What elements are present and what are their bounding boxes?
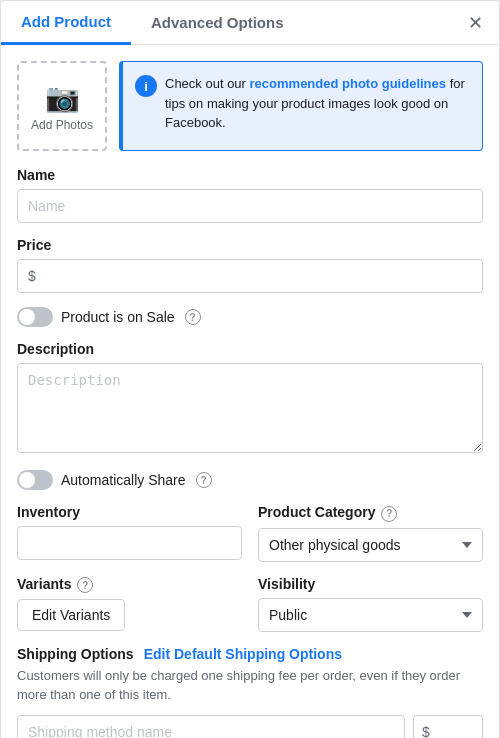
shipping-description: Customers will only be charged one shipp… [17, 666, 483, 705]
sale-toggle-label: Product is on Sale [61, 309, 175, 325]
shipping-method-input[interactable] [17, 715, 405, 739]
shipping-price-input[interactable]: 0 [432, 716, 474, 739]
inventory-input[interactable]: 1 [17, 526, 242, 560]
inventory-label: Inventory [17, 504, 242, 520]
auto-share-info-icon[interactable]: ? [196, 472, 212, 488]
visibility-select[interactable]: Public Friends Only Me [258, 598, 483, 632]
sale-toggle-row: Product is on Sale ? [17, 307, 483, 327]
photo-icon: 📷 [45, 81, 80, 114]
shipping-currency: $ [422, 724, 430, 739]
price-input[interactable]: 1 [40, 260, 472, 292]
name-field-group: Name [17, 167, 483, 223]
tab-bar: Add Product Advanced Options ✕ [1, 1, 499, 45]
info-icon: i [135, 75, 157, 97]
variants-visibility-row: Variants ? Edit Variants Visibility Publ… [17, 576, 483, 632]
shipping-section: Shipping Options Edit Default Shipping O… [17, 646, 483, 739]
price-currency: $ [28, 268, 36, 284]
name-input[interactable] [17, 189, 483, 223]
visibility-label: Visibility [258, 576, 483, 592]
info-banner: i Check out our recommended photo guidel… [119, 61, 483, 151]
auto-share-toggle[interactable] [17, 470, 53, 490]
variants-col: Variants ? Edit Variants [17, 576, 242, 632]
photo-info-row: 📷 Add Photos i Check out our recommended… [17, 61, 483, 151]
modal-content: 📷 Add Photos i Check out our recommended… [1, 45, 499, 738]
info-text: Check out our recommended photo guidelin… [165, 74, 470, 133]
shipping-input-row: $ 0 [17, 715, 483, 739]
inventory-category-row: Inventory 1 Product Category ? Other phy… [17, 504, 483, 562]
sale-info-icon[interactable]: ? [185, 309, 201, 325]
category-info-icon[interactable]: ? [381, 506, 397, 522]
tab-add-product[interactable]: Add Product [1, 1, 131, 45]
tab-advanced-options[interactable]: Advanced Options [131, 2, 304, 43]
category-label: Product Category ? [258, 504, 483, 522]
category-select[interactable]: Other physical goods Clothing Electronic… [258, 528, 483, 562]
price-field-group: Price $ 1 [17, 237, 483, 293]
modal-dialog: Add Product Advanced Options ✕ 📷 Add Pho… [0, 0, 500, 738]
variants-label-text: Variants [17, 576, 71, 592]
visibility-col: Visibility Public Friends Only Me [258, 576, 483, 632]
description-field-group: Description [17, 341, 483, 456]
shipping-price-wrapper: $ 0 [413, 715, 483, 739]
edit-shipping-link[interactable]: Edit Default Shipping Options [144, 646, 342, 662]
info-text-before: Check out our [165, 76, 250, 91]
photo-guidelines-link[interactable]: recommended photo guidelines [250, 76, 446, 91]
edit-variants-button[interactable]: Edit Variants [17, 599, 125, 631]
description-input[interactable] [17, 363, 483, 453]
shipping-header: Shipping Options Edit Default Shipping O… [17, 646, 483, 662]
close-button[interactable]: ✕ [463, 11, 487, 35]
name-label: Name [17, 167, 483, 183]
inventory-col: Inventory 1 [17, 504, 242, 562]
sale-toggle[interactable] [17, 307, 53, 327]
shipping-title: Shipping Options [17, 646, 134, 662]
price-label: Price [17, 237, 483, 253]
price-input-wrapper: $ 1 [17, 259, 483, 293]
auto-share-label: Automatically Share [61, 472, 186, 488]
category-col: Product Category ? Other physical goods … [258, 504, 483, 562]
category-label-text: Product Category [258, 504, 375, 520]
add-photos-button[interactable]: 📷 Add Photos [17, 61, 107, 151]
description-label: Description [17, 341, 483, 357]
add-photos-label: Add Photos [31, 118, 93, 132]
variants-info-icon[interactable]: ? [77, 577, 93, 593]
auto-share-toggle-row: Automatically Share ? [17, 470, 483, 490]
variants-label: Variants ? [17, 576, 242, 594]
